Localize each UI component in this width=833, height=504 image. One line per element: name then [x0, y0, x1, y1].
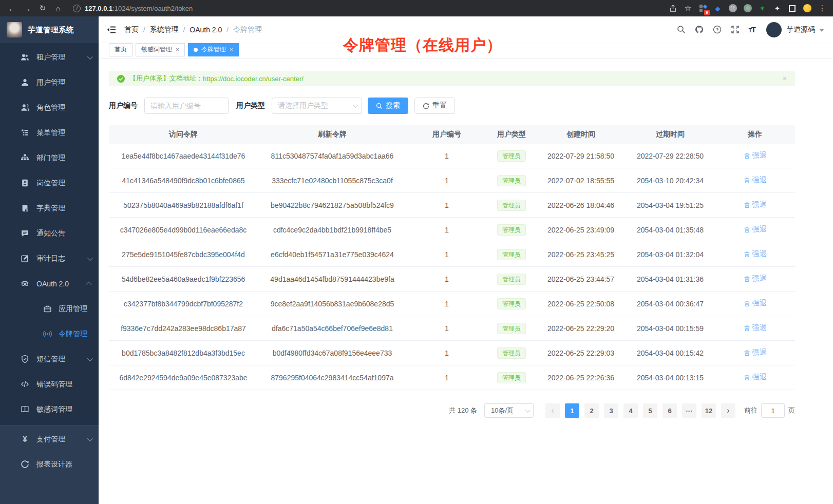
force-logout-button[interactable]: 强退	[744, 225, 767, 234]
user-type-badge: 管理员	[497, 298, 526, 309]
sidebar-item-report[interactable]: 报表设计器	[0, 452, 99, 477]
search-icon[interactable]	[677, 25, 686, 34]
breadcrumb-item[interactable]: 首页	[124, 25, 139, 34]
command-extension-icon[interactable]: ⌘	[728, 4, 737, 13]
user-menu-caret-icon[interactable]	[820, 29, 824, 32]
extension-grid-icon[interactable]: 9	[698, 4, 707, 13]
sidebar-item-oauth2[interactable]: OAuth 2.0	[0, 271, 99, 296]
force-logout-button[interactable]: 强退	[744, 249, 767, 259]
reload-button[interactable]: ↻	[35, 4, 50, 13]
action-cell: 强退	[715, 176, 795, 185]
breadcrumb-item[interactable]: OAuth 2.0	[190, 26, 222, 34]
sidebar-item-oauth2-app[interactable]: 应用管理	[0, 296, 99, 321]
tab-label: 首页	[115, 45, 127, 54]
username[interactable]: 芋道源码	[786, 25, 815, 34]
alert-close-icon[interactable]: ×	[783, 74, 787, 83]
shield-icon	[21, 355, 29, 363]
user-id-input[interactable]	[144, 98, 229, 114]
sidebar-fold-icon[interactable]	[107, 26, 116, 34]
record-extension-icon[interactable]	[743, 4, 752, 13]
site-info-icon[interactable]: i	[73, 5, 81, 12]
column-header: 用户编号	[407, 130, 487, 139]
force-logout-button[interactable]: 强退	[744, 176, 767, 185]
prev-page-button[interactable]: ‹	[545, 403, 560, 418]
address-bar[interactable]: i 127.0.0.1:1024/system/oauth2/token	[66, 5, 669, 12]
tab-token[interactable]: 令牌管理×	[188, 43, 239, 56]
forward-button[interactable]: →	[20, 4, 35, 13]
page-1-button[interactable]: 1	[565, 403, 579, 418]
notice-icon	[21, 229, 29, 238]
help-icon[interactable]: ?	[713, 25, 722, 34]
create-time-cell: 2022-07-29 21:58:50	[536, 152, 626, 160]
bookmark-star-icon[interactable]: ☆	[684, 4, 692, 13]
reset-button[interactable]: 重置	[414, 98, 455, 114]
page-4-button[interactable]: 4	[623, 403, 638, 418]
user-type-badge: 管理员	[497, 200, 526, 211]
sidebar-item-label: 用户管理	[36, 78, 65, 87]
force-logout-button[interactable]: 强退	[744, 348, 767, 357]
sidebar-item-notice[interactable]: 通知公告	[0, 221, 99, 246]
page-size-select[interactable]: 10条/页	[484, 403, 534, 418]
sidebar-item-menu[interactable]: 菜单管理	[0, 120, 99, 145]
github-icon[interactable]	[695, 25, 704, 34]
breadcrumb-item[interactable]: 系统管理	[150, 25, 179, 34]
user-type-select[interactable]: 请选择用户类型	[272, 98, 362, 114]
app-title: 芋道管理系统	[28, 25, 74, 35]
font-size-icon[interactable]: TT	[749, 25, 755, 34]
sidebar-item-tenant[interactable]: 租户管理	[0, 45, 99, 70]
force-logout-button[interactable]: 强退	[744, 274, 767, 283]
sidebar-item-sensitive-word[interactable]: 敏感词管理	[0, 397, 99, 422]
force-logout-button[interactable]: 强退	[744, 200, 767, 209]
star-extension-icon[interactable]: ✶	[758, 4, 767, 13]
page-2-button[interactable]: 2	[584, 403, 599, 418]
alert-text: 【用户体系】文档地址：	[129, 74, 203, 83]
next-page-button[interactable]: ›	[721, 403, 735, 418]
back-button[interactable]: ←	[4, 4, 20, 13]
page-3-button[interactable]: 3	[604, 403, 618, 418]
page-12-button[interactable]: 12	[702, 403, 716, 418]
force-logout-button[interactable]: 强退	[744, 299, 767, 308]
tab-sensitive-word[interactable]: 敏感词管理×	[136, 43, 185, 56]
pin-extension-icon[interactable]: ✦	[773, 4, 782, 13]
window-extension-icon[interactable]	[788, 4, 797, 13]
browser-menu-icon[interactable]: ⋮	[818, 4, 827, 13]
sidebar-item-dict[interactable]: 字典管理	[0, 196, 99, 221]
tab-close-icon[interactable]: ×	[230, 47, 233, 53]
pages-more-icon[interactable]: ···	[682, 403, 696, 418]
expire-time-cell: 2054-03-04 01:32:04	[626, 250, 715, 259]
user-type-label: 用户类型	[236, 101, 265, 110]
sidebar-item-errcode[interactable]: 错误码管理	[0, 372, 99, 397]
action-cell: 强退	[715, 373, 795, 382]
refresh-token-cell: 9ce8ef2aa9f14056b831ae9b608e28d5	[258, 300, 407, 308]
force-logout-button[interactable]: 强退	[744, 373, 767, 382]
token-table: 访问令牌刷新令牌用户编号用户类型创建时间过期时间操作 1ea5e44f8bc14…	[109, 125, 795, 390]
sidebar-item-role[interactable]: 角色管理	[0, 95, 99, 120]
force-logout-button[interactable]: 强退	[744, 323, 767, 333]
create-time-cell: 2022-06-25 22:26:36	[536, 374, 626, 382]
sidebar-item-pay[interactable]: ¥支付管理	[0, 427, 99, 452]
share-icon[interactable]	[669, 4, 677, 13]
sidebar-item-sms[interactable]: 短信管理	[0, 346, 99, 372]
home-button[interactable]: ⌂	[50, 4, 66, 13]
page-5-button[interactable]: 5	[643, 403, 657, 418]
refresh-token-cell: dfa6c71a50a54c66bef706ef9e6e8d81	[258, 324, 407, 333]
sidebar-item-oauth2-token[interactable]: 令牌管理	[0, 321, 99, 346]
user-avatar[interactable]	[766, 22, 782, 37]
sidebar-item-dept[interactable]: 部门管理	[0, 145, 99, 170]
user-id-cell: 1	[407, 374, 487, 382]
force-logout-button[interactable]: 强退	[744, 151, 767, 160]
page-6-button[interactable]: 6	[662, 403, 677, 418]
tab-close-icon[interactable]: ×	[176, 47, 179, 53]
emoji-extension-icon[interactable]	[803, 4, 811, 13]
sidebar-item-post[interactable]: 岗位管理	[0, 170, 99, 196]
app-logo-row[interactable]: 芋道管理系统	[0, 16, 99, 43]
tab-home[interactable]: 首页	[109, 43, 132, 56]
sidebar-item-audit-log[interactable]: 审计日志	[0, 246, 99, 271]
alert-doc-link[interactable]: https://doc.iocoder.cn/user-center/	[203, 75, 304, 83]
fullscreen-icon[interactable]	[731, 25, 740, 34]
sidebar-item-user[interactable]: 用户管理	[0, 70, 99, 95]
gem-extension-icon[interactable]: ◆	[713, 4, 722, 13]
browser-toolbar: ← → ↻ ⌂ i 127.0.0.1:1024/system/oauth2/t…	[0, 0, 833, 16]
search-button[interactable]: 搜索	[368, 98, 408, 114]
goto-page-input[interactable]	[761, 403, 785, 418]
